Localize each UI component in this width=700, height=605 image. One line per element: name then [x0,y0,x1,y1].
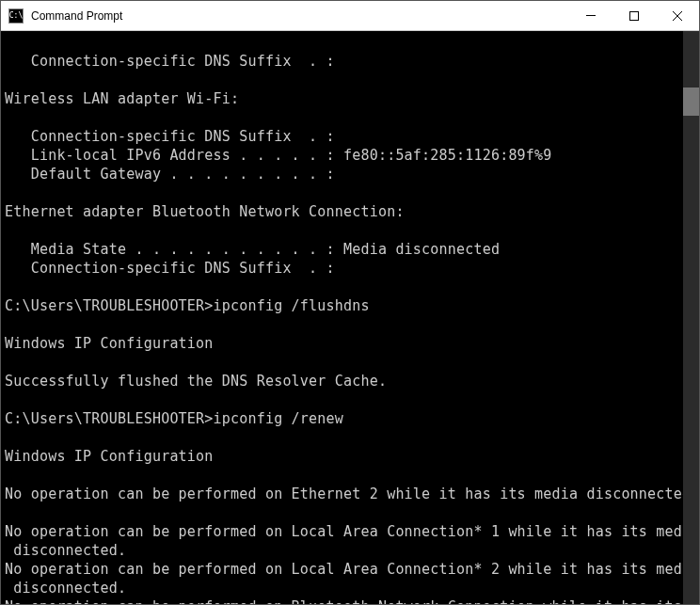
console-area: Connection-specific DNS Suffix . : Wirel… [1,31,699,604]
maximize-icon [629,11,639,21]
close-icon [673,11,682,21]
scrollbar-thumb[interactable] [683,88,699,116]
maximize-button[interactable] [612,1,656,31]
close-button[interactable] [656,1,699,31]
command-prompt-window: C:\ Command Prompt Connection-specific D… [0,0,700,605]
window-controls [569,1,699,31]
svg-rect-1 [630,11,639,20]
window-title: Command Prompt [31,9,569,23]
vertical-scrollbar[interactable] [683,31,699,604]
minimize-icon [586,15,596,16]
svg-rect-0 [586,15,596,16]
minimize-button[interactable] [569,1,612,31]
console-output[interactable]: Connection-specific DNS Suffix . : Wirel… [1,31,683,604]
titlebar[interactable]: C:\ Command Prompt [1,1,699,31]
app-icon: C:\ [8,8,24,24]
